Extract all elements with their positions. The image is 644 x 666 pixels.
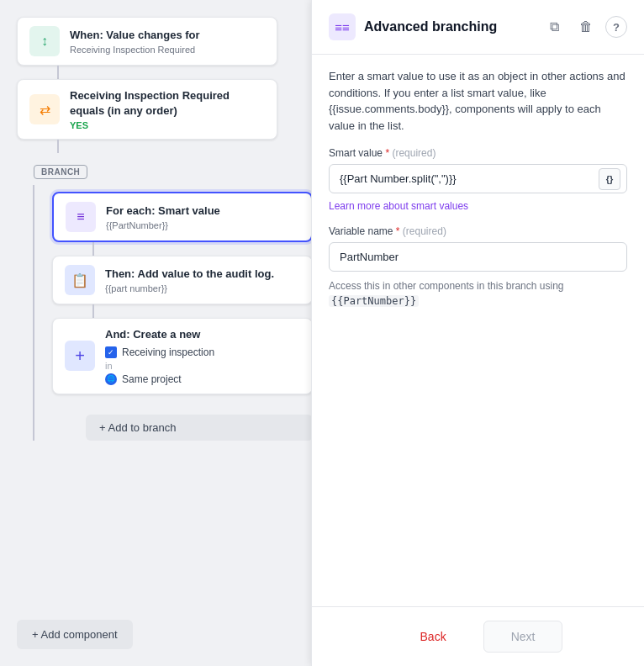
smart-value-field: Smart value * (required) {} (329, 147, 627, 193)
access-code: {{PartNumber}} (329, 295, 419, 307)
add-component-button[interactable]: + Add component (17, 620, 133, 649)
copy-button[interactable]: ⧉ (541, 14, 567, 40)
checkbox-icon: ✓ (105, 346, 117, 358)
trigger-title: When: Value changes for (70, 28, 265, 43)
branch-line (33, 185, 34, 440)
smart-value-input-wrapper: {} (329, 164, 627, 193)
panel-body: Enter a smart value to use it as an obje… (312, 55, 644, 606)
create-sub-items: ✓ Receiving inspection in 🌐 Same project (105, 346, 300, 385)
copy-icon: ⧉ (550, 19, 559, 34)
branch-section: ≡ For each: Smart value {{PartNumber}} 📋… (17, 185, 311, 440)
for-each-title: For each: Smart value (106, 204, 299, 219)
audit-card[interactable]: 📋 Then: Add value to the audit log. {{pa… (52, 256, 311, 304)
delete-button[interactable]: 🗑 (573, 14, 599, 40)
in-label: in (105, 361, 113, 371)
receiving-inspection-label: Receiving inspection (122, 346, 214, 358)
for-each-icon: ≡ (66, 202, 96, 232)
smart-value-input[interactable] (329, 164, 627, 193)
next-button[interactable]: Next (483, 621, 563, 653)
connector-2 (57, 140, 59, 153)
condition-title: Receiving Inspection Required equals (in… (70, 88, 265, 119)
panel-header-actions: ⧉ 🗑 ? (541, 14, 627, 40)
variable-name-field: Variable name * (required) (329, 225, 627, 278)
audit-icon: 📋 (65, 265, 95, 295)
audit-title: Then: Add value to the audit log. (105, 267, 300, 282)
back-button[interactable]: Back (393, 621, 473, 653)
connector-4 (92, 304, 94, 318)
smart-value-label: Smart value * (required) (329, 147, 627, 159)
trigger-icon: ↕ (29, 26, 60, 56)
receiving-inspection-item: ✓ Receiving inspection (105, 346, 300, 358)
branch-badge: BRANCH (34, 165, 87, 179)
create-title: And: Create a new (105, 327, 300, 342)
advanced-branching-panel: ≡≡ Advanced branching ⧉ 🗑 ? Enter a smar… (311, 0, 644, 666)
create-card[interactable]: + And: Create a new ✓ Receiving inspecti… (52, 318, 311, 394)
workflow-panel: ↕ When: Value changes for Receiving Insp… (0, 0, 311, 666)
connector-1 (57, 66, 59, 79)
for-each-card[interactable]: ≡ For each: Smart value {{PartNumber}} (52, 192, 311, 242)
help-icon: ? (613, 21, 620, 34)
panel-footer: Back Next (312, 606, 644, 666)
condition-icon: ⇄ (29, 94, 60, 124)
in-item: in (105, 361, 300, 371)
for-each-subtitle: {{PartNumber}} (106, 220, 299, 230)
globe-icon: 🌐 (105, 373, 117, 385)
condition-card[interactable]: ⇄ Receiving Inspection Required equals (… (17, 79, 277, 140)
variable-name-label: Variable name * (required) (329, 225, 627, 237)
panel-description: Enter a smart value to use it as an obje… (329, 68, 627, 134)
same-project-item: 🌐 Same project (105, 373, 300, 385)
access-note: Access this in other components in this … (329, 278, 627, 309)
help-button[interactable]: ? (605, 16, 627, 38)
same-project-label: Same project (122, 373, 182, 385)
delete-icon: 🗑 (579, 19, 593, 34)
add-to-branch-button[interactable]: + Add to branch (86, 415, 311, 441)
trigger-subtitle: Receiving Inspection Required (70, 45, 265, 55)
variable-name-input[interactable] (329, 242, 627, 272)
audit-subtitle: {{part number}} (105, 283, 300, 293)
trigger-card[interactable]: ↕ When: Value changes for Receiving Insp… (17, 17, 277, 66)
create-icon: + (65, 341, 95, 371)
connector-3 (92, 242, 94, 256)
panel-title: Advanced branching (364, 19, 533, 34)
panel-header-icon: ≡≡ (329, 13, 356, 40)
smart-value-insert-button[interactable]: {} (599, 168, 620, 190)
panel-header: ≡≡ Advanced branching ⧉ 🗑 ? (312, 0, 644, 55)
learn-more-link[interactable]: Learn more about smart values (329, 200, 627, 212)
condition-badge: YES (70, 120, 265, 130)
branch-label-container: BRANCH (34, 163, 87, 178)
